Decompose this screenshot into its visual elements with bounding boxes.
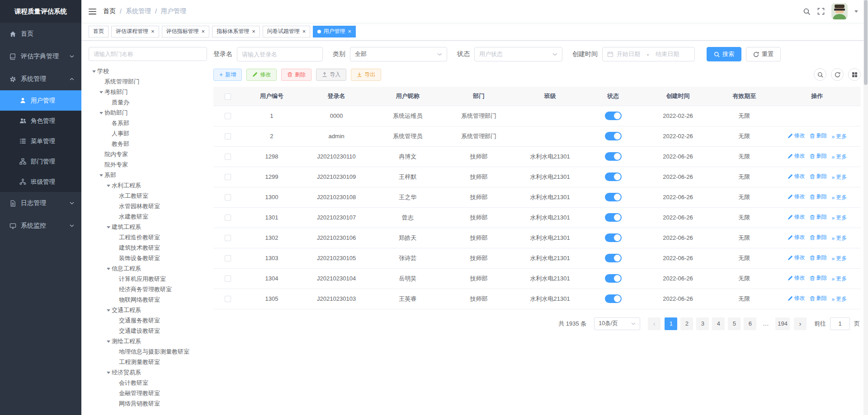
sidebar-item-menu-manage[interactable]: 菜单管理: [0, 131, 81, 151]
tree-node[interactable]: 院外专家: [89, 159, 207, 170]
toggle-search-icon[interactable]: [814, 68, 826, 81]
page-button-194[interactable]: 194: [775, 317, 790, 330]
export-button[interactable]: 导出: [351, 69, 381, 81]
row-checkbox[interactable]: [225, 235, 231, 241]
chevron-down-icon[interactable]: [854, 10, 858, 14]
tree-node[interactable]: 交通工程系: [89, 305, 207, 315]
dept-search-input[interactable]: [89, 47, 207, 61]
row-edit-button[interactable]: 修改: [788, 132, 805, 140]
sidebar-item-user-manage[interactable]: 用户管理: [0, 90, 81, 111]
close-icon[interactable]: ×: [151, 28, 155, 34]
tree-node[interactable]: 金融管理教研室: [89, 388, 207, 398]
sidebar-item-log-manage[interactable]: 日志管理: [0, 192, 81, 214]
create-time-range-picker[interactable]: 开始日期 - 结束日期: [602, 47, 695, 61]
tree-node[interactable]: 交通服务教研室: [89, 315, 207, 326]
row-more-button[interactable]: »更多: [832, 234, 847, 242]
row-more-button[interactable]: »更多: [832, 153, 847, 161]
caret-icon[interactable]: [98, 110, 104, 116]
row-checkbox[interactable]: [225, 275, 231, 282]
row-checkbox[interactable]: [225, 194, 231, 201]
row-checkbox[interactable]: [225, 174, 231, 180]
sidebar-item-system-manage[interactable]: 系统管理: [0, 68, 81, 90]
tree-node[interactable]: 学校: [89, 66, 207, 76]
columns-icon[interactable]: [848, 68, 861, 81]
goto-page-input[interactable]: [830, 317, 850, 330]
row-checkbox[interactable]: [225, 133, 231, 140]
row-checkbox[interactable]: [225, 113, 231, 119]
tree-node[interactable]: 院内专家: [89, 149, 207, 159]
tree-node[interactable]: 协助部门: [89, 107, 207, 118]
breadcrumb-home[interactable]: 首页: [103, 7, 116, 15]
tree-node[interactable]: 水管园林教研室: [89, 201, 207, 211]
tree-node[interactable]: 工程测量教研室: [89, 357, 207, 367]
page-button-6[interactable]: 6: [744, 317, 756, 330]
tree-node[interactable]: 交通建设教研室: [89, 326, 207, 336]
login-name-input[interactable]: [237, 47, 323, 61]
sidebar-item-role-manage[interactable]: 角色管理: [0, 111, 81, 131]
row-more-button[interactable]: »更多: [832, 255, 847, 262]
caret-icon[interactable]: [105, 266, 112, 272]
row-more-button[interactable]: »更多: [832, 173, 847, 181]
row-edit-button[interactable]: 修改: [788, 193, 805, 201]
tree-node[interactable]: 工程造价教研室: [89, 232, 207, 242]
page-size-select[interactable]: 10条/页: [594, 317, 640, 330]
caret-icon[interactable]: [98, 172, 104, 178]
category-select[interactable]: 全部: [350, 47, 447, 61]
tree-node[interactable]: 会计教研室: [89, 378, 207, 388]
search-button[interactable]: 搜索: [707, 47, 741, 61]
row-more-button[interactable]: »更多: [832, 295, 847, 303]
row-delete-button[interactable]: 删除: [810, 254, 827, 261]
status-toggle[interactable]: [605, 152, 622, 161]
status-toggle[interactable]: [605, 274, 622, 283]
row-more-button[interactable]: »更多: [832, 194, 847, 201]
edit-button[interactable]: 修改: [246, 69, 277, 81]
next-page-button[interactable]: ›: [794, 317, 807, 330]
row-more-button[interactable]: »更多: [832, 275, 847, 283]
row-checkbox[interactable]: [225, 296, 231, 302]
row-delete-button[interactable]: 删除: [810, 233, 827, 241]
tree-node[interactable]: 建筑工程系: [89, 222, 207, 232]
row-delete-button[interactable]: 删除: [810, 274, 827, 282]
tree-node[interactable]: 水建教研室: [89, 211, 207, 222]
tree-node[interactable]: 经济贸易系: [89, 367, 207, 378]
sidebar-item-home[interactable]: 首页: [0, 23, 81, 45]
caret-icon[interactable]: [105, 338, 112, 345]
row-delete-button[interactable]: 删除: [810, 132, 827, 140]
tree-node[interactable]: 建筑技术教研室: [89, 242, 207, 253]
row-edit-button[interactable]: 修改: [788, 213, 805, 221]
caret-icon[interactable]: [98, 89, 104, 95]
row-checkbox[interactable]: [225, 154, 231, 160]
delete-button[interactable]: 删除: [281, 69, 311, 81]
status-toggle[interactable]: [605, 213, 622, 222]
tab-metric-system-manage[interactable]: 指标体系管理×: [212, 26, 260, 37]
tree-node[interactable]: 质量办: [89, 97, 207, 107]
row-more-button[interactable]: »更多: [832, 214, 847, 222]
row-checkbox[interactable]: [225, 255, 231, 261]
fullscreen-icon[interactable]: [817, 8, 825, 15]
status-toggle[interactable]: [605, 112, 622, 120]
close-icon[interactable]: ×: [302, 28, 306, 34]
add-button[interactable]: +新增: [213, 69, 242, 81]
tree-node[interactable]: 水利工程系: [89, 180, 207, 191]
status-toggle[interactable]: [605, 173, 622, 181]
page-button-4[interactable]: 4: [712, 317, 725, 330]
page-button-2[interactable]: 2: [680, 317, 693, 330]
tree-node[interactable]: 各系部: [89, 118, 207, 128]
page-button-3[interactable]: 3: [696, 317, 709, 330]
row-edit-button[interactable]: 修改: [788, 254, 805, 261]
page-button-5[interactable]: 5: [728, 317, 741, 330]
status-toggle[interactable]: [605, 294, 622, 303]
status-toggle[interactable]: [605, 233, 622, 242]
tree-node[interactable]: 地理信息与摄影测量教研室: [89, 346, 207, 357]
tree-node[interactable]: 网络营销教研室: [89, 398, 207, 409]
close-icon[interactable]: ×: [202, 28, 205, 34]
tab-eval-metric-manage[interactable]: 评估指标管理×: [162, 26, 210, 37]
close-icon[interactable]: ×: [348, 28, 351, 34]
row-more-button[interactable]: »更多: [832, 133, 847, 140]
tab-home[interactable]: 首页: [89, 26, 108, 37]
sidebar-item-system-monitor[interactable]: 系统监控: [0, 214, 81, 237]
row-checkbox[interactable]: [225, 214, 231, 221]
select-all-checkbox[interactable]: [225, 93, 231, 100]
tree-node[interactable]: 考核部门: [89, 87, 207, 97]
caret-icon[interactable]: [105, 182, 112, 189]
